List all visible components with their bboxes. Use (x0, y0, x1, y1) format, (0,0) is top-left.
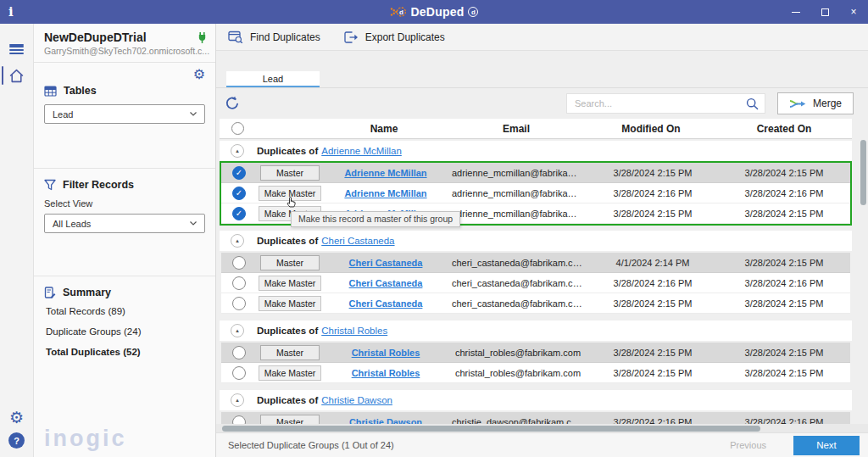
record-name-link[interactable]: Cheri Castaneda (349, 258, 423, 268)
search-input[interactable] (575, 98, 746, 109)
master-toggle-button[interactable]: Make Master (259, 276, 322, 291)
nav-rail: ⚙ ? (0, 24, 34, 457)
selection-status: Selected Duplicate Groups (1 Out of 24) (228, 440, 394, 450)
group-title: Duplicates ofChristal Robles (255, 326, 586, 336)
home-nav-button[interactable] (0, 63, 34, 88)
record-modified-on: 3/28/2024 2:15 PM (587, 368, 718, 378)
table-select[interactable]: Lead (44, 104, 205, 124)
duplicate-group: ▴ Duplicates ofChristie Dawson Master Ch… (220, 390, 852, 424)
master-toggle-button[interactable]: Master (260, 165, 320, 181)
horizontal-scrollbar-thumb[interactable] (222, 426, 760, 432)
hamburger-menu-button[interactable] (0, 32, 34, 58)
duplicate-record-row: Make Master Cheri Castaneda cheri_castan… (221, 293, 850, 314)
record-modified-on: 4/1/2024 2:14 PM (587, 258, 718, 268)
select-all-radio[interactable] (231, 122, 244, 135)
maximize-icon (821, 8, 829, 16)
row-checkbox[interactable] (232, 207, 246, 220)
row-checkbox[interactable] (232, 256, 246, 270)
horizontal-scrollbar[interactable] (216, 424, 868, 432)
next-button[interactable]: Next (793, 436, 860, 455)
summary-report-icon (44, 287, 56, 298)
entity-settings-gear-icon[interactable]: ⚙ (193, 68, 205, 85)
settings-gear-icon[interactable]: ⚙ (9, 410, 24, 426)
merge-icon (789, 98, 806, 109)
tables-section: ⚙ Tables Lead (34, 63, 215, 169)
duplicate-groups-stat: Duplicate Groups (24) (46, 326, 205, 337)
record-created-on: 3/28/2024 2:15 PM (718, 298, 850, 309)
minimize-button[interactable] (782, 0, 810, 24)
record-modified-on: 3/28/2024 2:16 PM (587, 188, 718, 198)
view-select[interactable]: All Leads (44, 214, 205, 233)
row-checkbox[interactable] (232, 366, 246, 380)
master-toggle-button[interactable]: Master (260, 415, 320, 425)
record-name-link[interactable]: Adrienne McMillan (344, 168, 426, 178)
close-button[interactable]: × (839, 0, 868, 24)
collapse-group-button[interactable]: ▴ (231, 324, 244, 337)
help-button[interactable]: ? (8, 432, 25, 449)
record-email: adrienne_mcmillan@fabrikam.com (448, 188, 587, 198)
master-toggle-button[interactable]: Make Master (259, 296, 322, 311)
trademark-badge: d (468, 7, 478, 17)
row-checkbox[interactable] (232, 297, 246, 310)
col-created: Created On (716, 123, 852, 135)
duplicate-groups-list: ▴ Duplicates ofAdrienne McMillan Master … (216, 139, 868, 424)
export-duplicates-icon (344, 31, 359, 43)
filter-records-label: Filter Records (63, 179, 134, 191)
group-record-link[interactable]: Christie Dawson (321, 395, 392, 405)
group-title: Duplicates ofCheri Castaneda (255, 236, 586, 246)
inogic-logo: inogic (44, 426, 127, 452)
group-header: ▴ Duplicates ofAdrienne McMillan (220, 141, 852, 161)
duplicate-record-row: Master Christie Dawson christie_dawson@f… (221, 412, 850, 424)
record-name-link[interactable]: Christal Robles (352, 368, 420, 378)
record-name-link[interactable]: Cheri Castaneda (349, 278, 423, 288)
search-icon[interactable] (746, 98, 759, 110)
record-created-on: 3/28/2024 2:16 PM (718, 278, 850, 288)
master-toggle-button[interactable]: Make Master (259, 365, 322, 381)
connection-plug-icon (198, 31, 207, 47)
master-toggle-button[interactable]: Master (260, 345, 320, 360)
find-duplicates-button[interactable]: Find Duplicates (228, 31, 320, 43)
master-toggle-button[interactable]: Master (260, 255, 320, 270)
group-header: ▴ Duplicates ofCheri Castaneda (220, 231, 852, 251)
collapse-group-button[interactable]: ▴ (231, 234, 244, 248)
row-checkbox[interactable] (232, 187, 246, 200)
row-checkbox[interactable] (232, 276, 246, 290)
app-body: ⚙ ? NewDeDupeDTrial GarrySmith@SkyTech70… (0, 24, 868, 457)
collapse-group-button[interactable]: ▴ (231, 393, 244, 407)
refresh-button[interactable] (223, 94, 242, 113)
tab-lead[interactable]: Lead (226, 71, 320, 87)
account-header: NewDeDupeDTrial GarrySmith@SkyTech702.on… (34, 24, 215, 63)
inogic-i-logo: i (8, 4, 14, 20)
group-record-link[interactable]: Christal Robles (321, 326, 387, 336)
tables-section-title: Tables (44, 85, 205, 97)
record-name-link[interactable]: Cheri Castaneda (349, 298, 423, 309)
vertical-scrollbar-thumb[interactable] (860, 140, 866, 205)
previous-button[interactable]: Previous (730, 440, 766, 450)
app-title: d DeDuped d (0, 0, 868, 24)
search-box (566, 93, 765, 114)
collapse-group-button[interactable]: ▴ (231, 144, 244, 158)
cursor-pointer (286, 195, 297, 210)
merge-button[interactable]: Merge (777, 92, 854, 114)
row-checkbox[interactable] (232, 415, 246, 425)
record-name-link[interactable]: Christie Dawson (349, 417, 422, 425)
row-checkbox[interactable] (232, 346, 246, 359)
record-modified-on: 3/28/2024 2:15 PM (587, 209, 718, 219)
hamburger-icon (9, 44, 24, 46)
main-area: Find Duplicates Export Duplicates Lead (216, 24, 868, 457)
maximize-button[interactable] (810, 0, 839, 24)
duplicate-group: ▴ Duplicates ofChristal Robles Master Ch… (220, 320, 852, 385)
record-modified-on: 3/28/2024 2:16 PM (587, 417, 718, 425)
active-nav-indicator (2, 66, 4, 85)
group-record-link[interactable]: Cheri Castaneda (321, 236, 394, 246)
summary-section-title: Summary (44, 287, 205, 298)
group-record-link[interactable]: Adrienne McMillan (321, 146, 402, 156)
account-email: GarrySmith@SkyTech702.onmicrosoft.c... (44, 46, 205, 56)
record-email: cheri_castaneda@fabrikam.com (448, 278, 587, 288)
export-duplicates-button[interactable]: Export Duplicates (344, 31, 445, 43)
record-name-link[interactable]: Christal Robles (352, 348, 420, 358)
record-name-link[interactable]: Adrienne McMillan (344, 188, 426, 198)
row-checkbox[interactable] (232, 166, 246, 180)
filter-section-title: Filter Records (44, 179, 205, 191)
group-rows: Master Christal Robles christal_robles@f… (220, 341, 852, 385)
